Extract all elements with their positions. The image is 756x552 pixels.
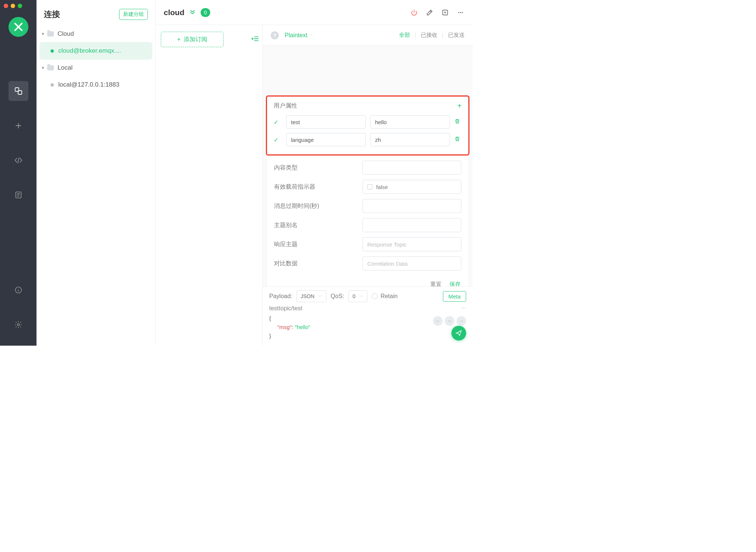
prop-value-input[interactable] bbox=[370, 115, 450, 129]
content-type-label: 内容类型 bbox=[274, 164, 363, 172]
qos-value: 0 bbox=[353, 293, 356, 299]
message-count-badge: 0 bbox=[201, 8, 210, 17]
payload-indicator-label: 有效载荷指示器 bbox=[274, 183, 363, 191]
chevron-down-icon: ﹀ bbox=[309, 32, 313, 38]
folder-local[interactable]: ▼ Local bbox=[39, 60, 153, 75]
payload-editor[interactable]: { "msg": "hello" } ← − → bbox=[269, 314, 466, 340]
format-dropdown[interactable]: Plaintext ﹀ bbox=[285, 32, 313, 39]
save-button[interactable]: 保存 bbox=[450, 281, 461, 286]
filter-sent[interactable]: 已发送 bbox=[448, 32, 465, 39]
svg-point-6 bbox=[458, 12, 460, 13]
retain-toggle[interactable]: Retain bbox=[372, 293, 398, 300]
delete-icon[interactable] bbox=[454, 118, 462, 126]
maximize-dot[interactable] bbox=[18, 4, 22, 8]
new-window-icon[interactable] bbox=[441, 8, 449, 17]
folder-icon bbox=[47, 65, 54, 70]
svg-point-8 bbox=[462, 12, 463, 13]
json-key: "msg" bbox=[277, 324, 292, 330]
chevron-down-icon: ﹀ bbox=[359, 294, 363, 299]
format-value: JSON bbox=[301, 293, 314, 299]
response-topic-input[interactable] bbox=[363, 237, 461, 251]
checkbox-icon bbox=[367, 184, 372, 189]
svg-point-4 bbox=[17, 324, 20, 326]
caret-down-icon: ▼ bbox=[41, 32, 46, 36]
plus-icon: + bbox=[177, 36, 180, 43]
payload-label: Payload: bbox=[269, 293, 292, 300]
connections-sidebar: 连接 新建分组 ▼ Cloud cloud@broker.emqx.... ▼ … bbox=[37, 0, 156, 346]
nav-rail bbox=[0, 0, 37, 346]
user-property-row: ✓ bbox=[274, 115, 462, 129]
log-icon[interactable] bbox=[8, 185, 28, 205]
sidebar-title: 连接 bbox=[44, 9, 60, 20]
svg-point-7 bbox=[460, 12, 461, 13]
qos-label: QoS: bbox=[331, 293, 344, 300]
payload-format-dropdown[interactable]: JSON ﹀ bbox=[296, 290, 326, 302]
topic-input[interactable] bbox=[269, 305, 462, 312]
connection-item-local[interactable]: local@127.0.0.1:1883 bbox=[39, 76, 152, 94]
connection-item-cloud[interactable]: cloud@broker.emqx.... bbox=[39, 42, 152, 60]
send-button[interactable] bbox=[451, 326, 466, 340]
status-dot-online bbox=[51, 49, 54, 53]
filter-all[interactable]: 全部 bbox=[399, 32, 410, 39]
prop-key-input[interactable] bbox=[286, 133, 366, 146]
topic-alias-label: 主题别名 bbox=[274, 221, 363, 229]
check-icon: ✓ bbox=[274, 119, 282, 126]
prop-value-input[interactable] bbox=[370, 133, 450, 146]
folder-icon bbox=[47, 31, 54, 36]
add-property-button[interactable]: + bbox=[457, 102, 462, 110]
chevron-down-icon[interactable]: ﹀ bbox=[462, 305, 466, 312]
response-topic-label: 响应主题 bbox=[274, 241, 363, 248]
user-properties-section: 用户属性 + ✓ ✓ bbox=[266, 95, 469, 156]
filter-received[interactable]: 已接收 bbox=[421, 32, 437, 39]
info-icon[interactable] bbox=[8, 280, 28, 300]
folder-cloud[interactable]: ▼ Cloud bbox=[39, 27, 153, 41]
expiry-input[interactable] bbox=[363, 199, 461, 213]
json-string: "hello" bbox=[295, 324, 310, 330]
add-sub-label: 添加订阅 bbox=[184, 36, 207, 43]
radio-icon bbox=[372, 293, 378, 299]
subscriptions-panel: + 添加订阅 bbox=[156, 25, 263, 346]
settings-icon[interactable] bbox=[8, 315, 28, 335]
payload-indicator-value: false bbox=[376, 184, 388, 190]
new-connection-icon[interactable] bbox=[8, 116, 28, 136]
divider bbox=[443, 32, 443, 38]
add-subscription-button[interactable]: + 添加订阅 bbox=[161, 32, 223, 47]
minimize-dot[interactable] bbox=[11, 4, 15, 8]
connection-title: cloud bbox=[164, 8, 184, 17]
correlation-label: 对比数据 bbox=[274, 260, 363, 268]
publish-panel: Payload: JSON ﹀ QoS: 0 ﹀ Retain Meta bbox=[263, 286, 473, 346]
folder-label: Local bbox=[58, 64, 73, 71]
content-type-input[interactable] bbox=[363, 161, 461, 175]
qos-dropdown[interactable]: 0 ﹀ bbox=[348, 290, 367, 302]
history-next-icon[interactable]: → bbox=[457, 316, 466, 326]
history-minus-icon[interactable]: − bbox=[445, 316, 454, 326]
expand-icon[interactable] bbox=[190, 9, 195, 15]
window-controls[interactable] bbox=[4, 4, 22, 8]
history-prev-icon[interactable]: ← bbox=[433, 316, 443, 326]
new-group-button[interactable]: 新建分组 bbox=[119, 9, 148, 20]
scripts-icon[interactable] bbox=[8, 150, 28, 170]
app-logo bbox=[8, 17, 28, 37]
connection-label: local@127.0.0.1:1883 bbox=[58, 81, 119, 88]
close-dot[interactable] bbox=[4, 4, 8, 8]
disconnect-icon[interactable] bbox=[410, 8, 418, 17]
retain-label: Retain bbox=[381, 293, 398, 300]
help-icon[interactable]: ? bbox=[271, 31, 279, 39]
correlation-input[interactable] bbox=[363, 256, 461, 270]
topic-alias-input[interactable] bbox=[363, 218, 461, 232]
prop-key-input[interactable] bbox=[286, 115, 366, 129]
more-icon[interactable] bbox=[457, 8, 465, 17]
connections-tab-icon[interactable] bbox=[8, 81, 28, 101]
status-dot-offline bbox=[51, 83, 54, 87]
delete-icon[interactable] bbox=[454, 136, 462, 143]
meta-button[interactable]: Meta bbox=[443, 291, 466, 302]
reset-button[interactable]: 重置 bbox=[430, 281, 441, 286]
format-label: Plaintext bbox=[285, 32, 307, 39]
edit-icon[interactable] bbox=[426, 8, 434, 17]
chevron-down-icon: ﹀ bbox=[318, 294, 322, 299]
collapse-panel-icon[interactable] bbox=[251, 35, 259, 43]
divider bbox=[415, 32, 416, 38]
payload-indicator-checkbox[interactable]: false bbox=[363, 180, 461, 194]
caret-down-icon: ▼ bbox=[41, 66, 46, 70]
connection-label: cloud@broker.emqx.... bbox=[58, 47, 121, 55]
